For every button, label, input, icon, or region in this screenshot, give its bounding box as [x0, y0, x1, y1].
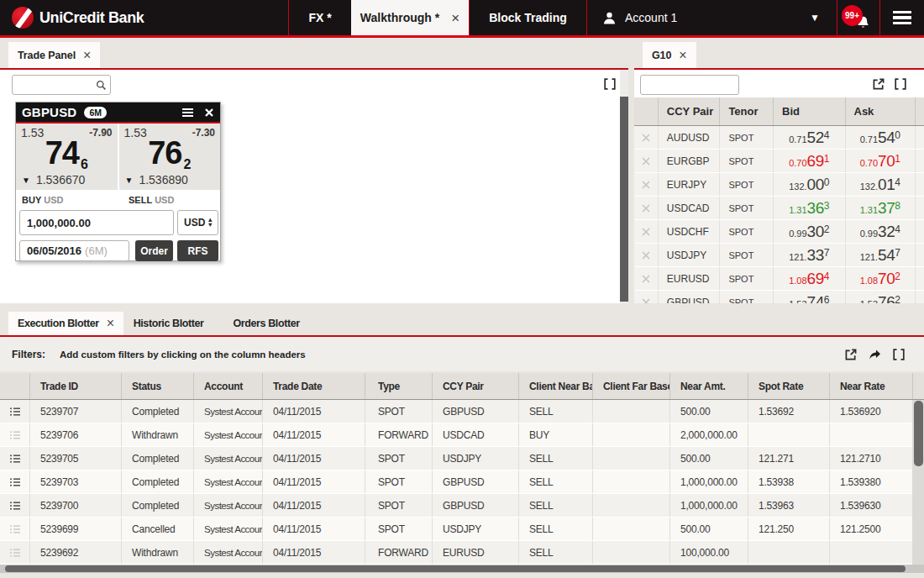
- bid-cell[interactable]: 1.31363: [774, 197, 845, 219]
- search-input[interactable]: [12, 75, 111, 95]
- rates-table-row[interactable]: USDCHF SPOT 0.99302 0.99324: [634, 220, 924, 244]
- bid-cell[interactable]: 1.08694: [774, 267, 845, 290]
- blotter-header-trade-date[interactable]: Trade Date: [263, 373, 365, 399]
- remove-row-icon[interactable]: [641, 297, 651, 304]
- ask-cell[interactable]: 1.53762: [846, 291, 916, 303]
- rates-search-input[interactable]: [640, 75, 739, 95]
- bid-cell[interactable]: 121.337: [774, 244, 845, 266]
- ask-cell[interactable]: 0.70701: [846, 150, 916, 172]
- ask-cell[interactable]: 0.71540: [846, 126, 916, 149]
- rates-header-Bid[interactable]: Bid: [774, 97, 845, 125]
- remove-row-icon[interactable]: [641, 274, 651, 284]
- ask-cell[interactable]: 1.31378: [846, 197, 916, 219]
- bid-cell[interactable]: 0.71524: [774, 126, 845, 149]
- scrollbar-thumb[interactable]: [5, 565, 906, 572]
- blotter-row[interactable]: 5239692 Withdrawn Systest Account 04/11/…: [0, 541, 924, 565]
- blotter-row[interactable]: 5239706 Withdrawn Systest Account 04/11/…: [0, 423, 924, 447]
- tab-historic-blotter[interactable]: Historic Blotter: [134, 312, 204, 335]
- blotter-row[interactable]: 5239703 Completed Systest Account 04/11/…: [0, 470, 924, 494]
- blotter-row[interactable]: 5239700 Completed Systest Account 04/11/…: [0, 494, 924, 518]
- row-actions-icon[interactable]: [9, 523, 21, 535]
- fullscreen-icon[interactable]: [894, 77, 907, 91]
- remove-row-icon[interactable]: [641, 180, 651, 190]
- ask-cell[interactable]: 0.99324: [846, 220, 916, 243]
- notifications-button[interactable]: 99+: [837, 0, 879, 35]
- blotter-row[interactable]: 5239707 Completed Systest Account 04/11/…: [0, 400, 924, 423]
- rates-table-row[interactable]: AUDUSD SPOT 0.71524 0.71540: [634, 126, 924, 150]
- horizontal-scrollbar[interactable]: [0, 565, 924, 573]
- rates-header-Ask[interactable]: Ask: [846, 97, 916, 125]
- remove-row-icon[interactable]: [641, 133, 651, 143]
- blotter-header-near-rate[interactable]: Near Rate: [830, 373, 913, 399]
- rates-table-row[interactable]: EURUSD SPOT 1.08694 1.08702: [634, 267, 924, 291]
- blotter-row[interactable]: 5239699 Cancelled Systest Account 04/11/…: [0, 518, 924, 541]
- ask-price-button[interactable]: 1.53-7.30 762 ▼1.536890: [119, 123, 221, 190]
- tab-orders-blotter[interactable]: Orders Blotter: [234, 312, 300, 335]
- scrollbar-thumb[interactable]: [620, 97, 628, 302]
- remove-row-icon[interactable]: [641, 203, 651, 213]
- rates-table-row[interactable]: EURJPY SPOT 132.000 132.014: [634, 173, 924, 197]
- scrollbar-thumb[interactable]: [914, 401, 923, 466]
- close-icon[interactable]: ×: [83, 49, 91, 62]
- blotter-header-spot-rate[interactable]: Spot Rate: [748, 373, 830, 399]
- blotter-row[interactable]: 5239705 Completed Systest Account 04/11/…: [0, 447, 924, 470]
- row-actions-icon[interactable]: [9, 476, 21, 488]
- close-icon[interactable]: [205, 108, 213, 117]
- rates-header-CCY Pair[interactable]: CCY Pair: [659, 97, 721, 125]
- currency-select[interactable]: USD▲▼: [177, 210, 218, 235]
- rates-header-Tenor[interactable]: Tenor: [720, 97, 774, 125]
- row-actions-icon[interactable]: [9, 453, 21, 465]
- order-button[interactable]: Order: [135, 240, 173, 261]
- row-actions-icon[interactable]: [9, 547, 21, 559]
- rates-table-row[interactable]: USDCAD SPOT 1.31363 1.31378: [634, 197, 924, 220]
- row-actions-icon[interactable]: [9, 406, 21, 418]
- blotter-header-near-amt-[interactable]: Near Amt.: [670, 373, 748, 399]
- ask-cell[interactable]: 121.547: [846, 244, 916, 266]
- tab-execution-blotter[interactable]: Execution Blotter×: [8, 312, 123, 335]
- tile-menu-icon[interactable]: [182, 108, 193, 117]
- fullscreen-icon[interactable]: [892, 348, 906, 361]
- bid-cell[interactable]: 1.53746: [774, 291, 845, 303]
- vertical-scrollbar[interactable]: [620, 70, 628, 303]
- tab-trade-panel[interactable]: Trade Panel×: [8, 42, 100, 68]
- rates-table-row[interactable]: EURGBP SPOT 0.70691 0.70701: [634, 150, 924, 173]
- blotter-header-trade-id[interactable]: Trade ID: [30, 373, 122, 399]
- tab-g10[interactable]: G10×: [643, 42, 696, 68]
- remove-row-icon[interactable]: [641, 250, 651, 260]
- settlement-date-input[interactable]: 06/05/2016(6M): [19, 240, 129, 261]
- amount-input[interactable]: 1,000,000.00: [19, 210, 174, 235]
- remove-row-icon[interactable]: [641, 156, 651, 166]
- menu-button[interactable]: [880, 0, 924, 35]
- rates-table-row[interactable]: GBPUSD SPOT 1.53746 1.53762: [634, 291, 924, 303]
- row-actions-icon[interactable]: [9, 429, 21, 441]
- account-selector[interactable]: Account 1 ▼: [587, 0, 837, 35]
- fullscreen-icon[interactable]: [603, 77, 617, 91]
- remove-row-icon[interactable]: [641, 227, 651, 237]
- tile-header[interactable]: GBPUSD 6M: [16, 102, 220, 123]
- ask-cell[interactable]: 132.014: [846, 173, 916, 196]
- top-tab-fx[interactable]: FX *: [289, 0, 351, 35]
- close-icon[interactable]: ×: [107, 317, 114, 330]
- share-icon[interactable]: [868, 348, 882, 361]
- bid-cell[interactable]: 0.70691: [774, 150, 845, 172]
- top-tab-block-trading[interactable]: Block Trading: [470, 0, 586, 35]
- blotter-header-client-far-base[interactable]: Client Far Base: [593, 373, 670, 399]
- popout-icon[interactable]: [844, 348, 858, 361]
- blotter-header-ccy-pair[interactable]: CCY Pair: [433, 373, 519, 399]
- top-tab-walkthrough[interactable]: Walkthrough *×: [351, 0, 469, 35]
- blotter-header-status[interactable]: Status: [122, 373, 194, 399]
- bid-cell[interactable]: 132.000: [774, 173, 845, 196]
- close-icon[interactable]: ×: [679, 49, 686, 62]
- rfs-button[interactable]: RFS: [177, 240, 218, 261]
- close-icon[interactable]: ×: [451, 11, 459, 25]
- bid-cell[interactable]: 0.99302: [774, 220, 845, 243]
- blotter-header-type[interactable]: Type: [365, 373, 433, 399]
- row-actions-icon[interactable]: [9, 500, 21, 512]
- popout-icon[interactable]: [872, 77, 885, 91]
- blotter-header-account[interactable]: Account: [194, 373, 263, 399]
- ask-cell[interactable]: 1.08702: [846, 267, 916, 290]
- blotter-header-client-near-base[interactable]: Client Near Base: [519, 373, 593, 399]
- bid-price-button[interactable]: 1.53-7.90 746 ▼1.536670: [16, 123, 118, 190]
- vertical-scrollbar[interactable]: [912, 400, 924, 565]
- rates-table-row[interactable]: USDJPY SPOT 121.337 121.547: [634, 244, 924, 267]
